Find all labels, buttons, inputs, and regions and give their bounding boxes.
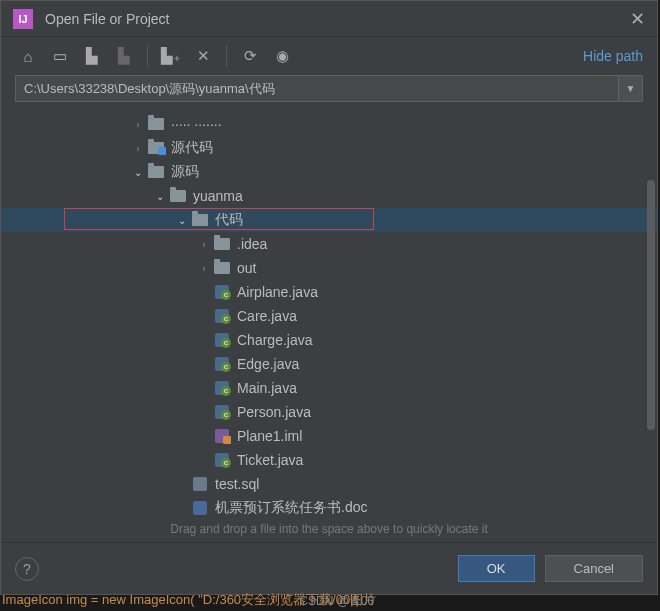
cancel-button[interactable]: Cancel: [545, 555, 643, 582]
folder-icon: [191, 212, 209, 228]
iml-file-icon: [213, 428, 231, 444]
chevron-down-icon[interactable]: ⌄: [153, 191, 167, 202]
java-file-icon: [213, 332, 231, 348]
toolbar: ⌂ ▭ ▙ ▙ ▙₊ ✕ ⟳ ◉ Hide path: [1, 37, 657, 75]
hide-path-link[interactable]: Hide path: [583, 48, 643, 64]
chevron-right-icon[interactable]: ›: [197, 239, 211, 250]
folder-icon: [147, 116, 165, 132]
show-hidden-icon[interactable]: ◉: [269, 43, 295, 69]
chevron-right-icon[interactable]: ›: [131, 143, 145, 154]
tree-item-label: 代码: [215, 211, 243, 229]
folder-icon: [213, 260, 231, 276]
java-file-icon: [213, 452, 231, 468]
tree-row[interactable]: Plane1.iml: [1, 424, 657, 448]
sql-file-icon: [191, 476, 209, 492]
tree-item-label: Edge.java: [237, 356, 299, 372]
help-button[interactable]: ?: [15, 557, 39, 581]
java-file-icon: [213, 284, 231, 300]
tree-item-label: Airplane.java: [237, 284, 318, 300]
java-file-icon: [213, 380, 231, 396]
tree-item-label: Person.java: [237, 404, 311, 420]
tree-row[interactable]: Airplane.java: [1, 280, 657, 304]
footer: ? OK Cancel: [1, 542, 657, 594]
app-icon: IJ: [13, 9, 33, 29]
tree-item-label: 机票预订系统任务书.doc: [215, 499, 367, 516]
tree-item-label: Ticket.java: [237, 452, 303, 468]
dialog-title: Open File or Project: [45, 11, 630, 27]
tree-row[interactable]: ⌄源码: [1, 160, 657, 184]
folder-icon: [169, 188, 187, 204]
tree-item-label: .idea: [237, 236, 267, 252]
ok-label: OK: [487, 561, 506, 576]
desktop-icon[interactable]: ▭: [47, 43, 73, 69]
ok-button[interactable]: OK: [458, 555, 535, 582]
project-icon[interactable]: ▙: [79, 43, 105, 69]
file-tree[interactable]: ›····· ·······›源代码⌄源码⌄yuanma⌄代码›.idea›ou…: [1, 110, 657, 516]
tree-item-label: 源代码: [171, 139, 213, 157]
tree-row[interactable]: Person.java: [1, 400, 657, 424]
tree-row[interactable]: ⌄yuanma: [1, 184, 657, 208]
tree-item-label: out: [237, 260, 256, 276]
tree-row[interactable]: ›.idea: [1, 232, 657, 256]
path-row: ▼: [1, 75, 657, 110]
chevron-down-icon[interactable]: ⌄: [175, 215, 189, 226]
tree-row[interactable]: Main.java: [1, 376, 657, 400]
tree-item-label: Main.java: [237, 380, 297, 396]
tree-item-label: ····· ·······: [171, 116, 222, 132]
tree-row[interactable]: Care.java: [1, 304, 657, 328]
tree-row[interactable]: ⌄代码: [1, 208, 657, 232]
titlebar: IJ Open File or Project ✕: [1, 1, 657, 37]
tree-row[interactable]: Charge.java: [1, 328, 657, 352]
path-dropdown-icon[interactable]: ▼: [619, 75, 643, 102]
watermark: CSDN @青00: [299, 593, 374, 610]
separator: [147, 45, 148, 67]
tree-row[interactable]: ›out: [1, 256, 657, 280]
tree-item-label: Charge.java: [237, 332, 313, 348]
tree-item-label: yuanma: [193, 188, 243, 204]
close-icon[interactable]: ✕: [630, 8, 645, 30]
tree-item-label: test.sql: [215, 476, 259, 492]
tree-row[interactable]: ›····· ·······: [1, 112, 657, 136]
home-icon[interactable]: ⌂: [15, 43, 41, 69]
new-folder-icon[interactable]: ▙₊: [158, 43, 184, 69]
java-file-icon: [213, 404, 231, 420]
chevron-right-icon[interactable]: ›: [197, 263, 211, 274]
module-icon: ▙: [111, 43, 137, 69]
folder-icon: [213, 236, 231, 252]
chevron-down-icon[interactable]: ⌄: [131, 167, 145, 178]
drop-hint: Drag and drop a file into the space abov…: [1, 516, 657, 542]
java-file-icon: [213, 308, 231, 324]
java-file-icon: [213, 356, 231, 372]
tree-row[interactable]: 机票预订系统任务书.doc: [1, 496, 657, 516]
path-input[interactable]: [15, 75, 619, 102]
tree-item-label: 源码: [171, 163, 199, 181]
tree-row[interactable]: Edge.java: [1, 352, 657, 376]
tree-row[interactable]: ›源代码: [1, 136, 657, 160]
delete-icon[interactable]: ✕: [190, 43, 216, 69]
tree-item-label: Plane1.iml: [237, 428, 302, 444]
scrollbar[interactable]: [647, 180, 655, 430]
source-folder-icon: [147, 140, 165, 156]
separator: [226, 45, 227, 67]
tree-row[interactable]: Ticket.java: [1, 448, 657, 472]
refresh-icon[interactable]: ⟳: [237, 43, 263, 69]
chevron-right-icon[interactable]: ›: [131, 119, 145, 130]
tree-row[interactable]: test.sql: [1, 472, 657, 496]
tree-item-label: Care.java: [237, 308, 297, 324]
folder-icon: [147, 164, 165, 180]
doc-file-icon: [191, 500, 209, 516]
